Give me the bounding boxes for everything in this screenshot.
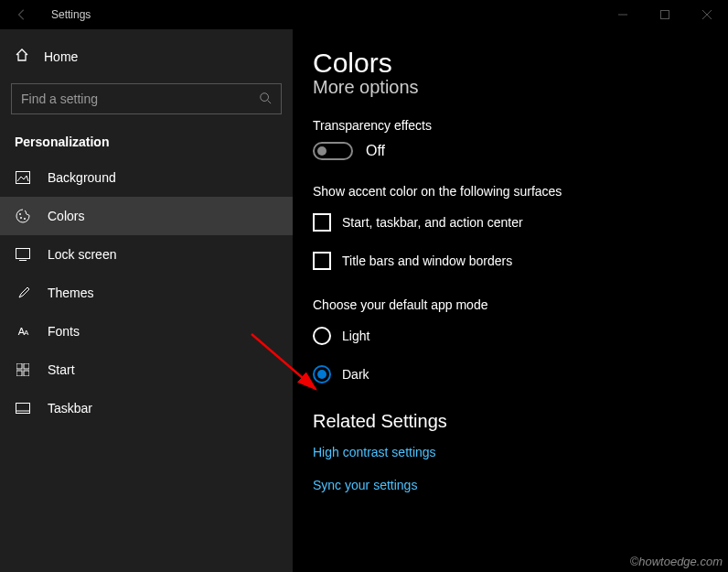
radio-light[interactable]: Light <box>313 327 708 345</box>
brush-icon <box>15 286 31 300</box>
radio-icon <box>313 327 331 345</box>
svg-rect-15 <box>24 371 29 376</box>
search-placeholder: Find a setting <box>21 92 98 106</box>
palette-icon <box>15 209 31 223</box>
sidebar-item-label: Colors <box>48 209 84 223</box>
page-title: Colors <box>313 48 708 79</box>
svg-rect-6 <box>16 172 30 184</box>
radio-label: Dark <box>342 367 369 382</box>
radio-dark[interactable]: Dark <box>313 365 708 383</box>
svg-rect-13 <box>24 363 29 369</box>
sidebar-item-taskbar[interactable]: Taskbar <box>0 389 293 427</box>
svg-line-5 <box>268 100 272 103</box>
watermark: ©howtoedge.com <box>630 555 723 568</box>
window-title: Settings <box>51 8 91 21</box>
svg-rect-1 <box>661 11 669 19</box>
svg-point-4 <box>261 92 269 101</box>
font-icon: AA <box>15 326 31 337</box>
radio-icon <box>313 365 331 383</box>
content-pane: Colors More options Transparency effects… <box>293 29 728 572</box>
sidebar-item-themes[interactable]: Themes <box>0 274 293 312</box>
sidebar: Home Find a setting Personalization Back… <box>0 29 293 572</box>
home-icon <box>15 48 29 65</box>
checkbox-icon <box>313 213 331 232</box>
home-button[interactable]: Home <box>0 37 293 76</box>
svg-rect-10 <box>16 249 30 259</box>
window-controls <box>602 0 728 29</box>
sidebar-item-label: Fonts <box>48 324 80 339</box>
sidebar-item-label: Start <box>48 362 75 377</box>
sidebar-item-fonts[interactable]: AA Fonts <box>0 312 293 351</box>
svg-point-7 <box>19 213 21 215</box>
svg-point-9 <box>24 218 26 220</box>
sidebar-item-label: Themes <box>48 286 94 300</box>
sidebar-item-label: Lock screen <box>48 247 116 262</box>
maximize-button[interactable] <box>644 0 686 29</box>
app-mode-label: Choose your default app mode <box>313 297 708 312</box>
link-high-contrast[interactable]: High contrast settings <box>313 445 708 459</box>
start-icon <box>15 363 31 376</box>
checkbox-start-taskbar[interactable]: Start, taskbar, and action center <box>313 213 708 232</box>
taskbar-icon <box>15 403 31 414</box>
sidebar-item-lockscreen[interactable]: Lock screen <box>0 235 293 274</box>
svg-rect-12 <box>16 363 22 369</box>
sidebar-item-background[interactable]: Background <box>0 158 293 197</box>
accent-surfaces-label: Show accent color on the following surfa… <box>313 184 708 199</box>
svg-rect-16 <box>16 404 30 414</box>
checkbox-label: Title bars and window borders <box>342 254 512 268</box>
sidebar-item-colors[interactable]: Colors <box>0 197 293 235</box>
related-settings-title: Related Settings <box>313 411 708 432</box>
checkbox-icon <box>313 252 331 270</box>
transparency-toggle[interactable] <box>313 142 353 160</box>
checkbox-label: Start, taskbar, and action center <box>342 215 523 230</box>
minimize-button[interactable] <box>602 0 644 29</box>
picture-icon <box>15 171 31 184</box>
home-label: Home <box>44 49 78 64</box>
search-icon <box>259 92 272 107</box>
radio-label: Light <box>342 329 369 343</box>
svg-rect-14 <box>16 371 22 376</box>
checkbox-titlebars[interactable]: Title bars and window borders <box>313 252 708 270</box>
toggle-state: Off <box>366 143 385 159</box>
sidebar-item-label: Taskbar <box>48 401 92 416</box>
link-sync-settings[interactable]: Sync your settings <box>313 478 708 492</box>
subheading: More options <box>313 77 708 98</box>
back-icon[interactable] <box>11 8 33 21</box>
sidebar-item-start[interactable]: Start <box>0 351 293 389</box>
sidebar-item-label: Background <box>48 170 116 185</box>
lock-screen-icon <box>15 248 31 261</box>
search-input[interactable]: Find a setting <box>11 83 282 114</box>
section-title: Personalization <box>0 122 293 158</box>
svg-point-8 <box>20 217 22 219</box>
transparency-label: Transparency effects <box>313 118 708 133</box>
close-button[interactable] <box>686 0 728 29</box>
